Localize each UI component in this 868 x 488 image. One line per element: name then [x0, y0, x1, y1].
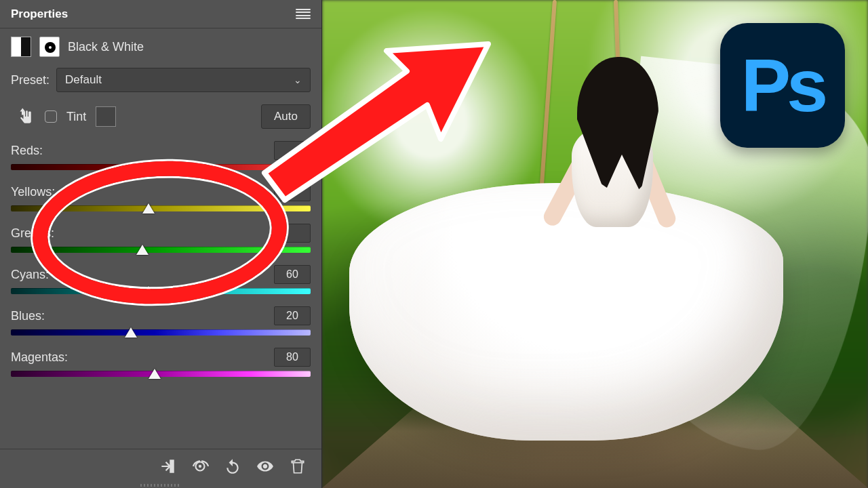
- layer-mask-icon[interactable]: [39, 37, 60, 57]
- slider-track-yellows[interactable]: [11, 205, 311, 211]
- photoshop-logo-text: Ps: [741, 48, 825, 123]
- auto-button[interactable]: Auto: [261, 104, 311, 129]
- slider-track-cyans[interactable]: [11, 288, 311, 294]
- slider-value-reds[interactable]: [274, 141, 311, 160]
- panel-title: Properties: [11, 7, 68, 21]
- slider-label-magentas: Magentas:: [11, 350, 68, 365]
- panel-resize-grip[interactable]: [0, 483, 321, 488]
- slider-track-magentas[interactable]: [11, 371, 311, 377]
- slider-thumb-yellows[interactable]: [142, 203, 155, 214]
- svg-point-2: [199, 464, 201, 467]
- slider-thumb-magentas[interactable]: [149, 369, 161, 379]
- view-previous-state-icon[interactable]: [191, 458, 209, 475]
- panel-header: Properties: [0, 0, 321, 28]
- adjustment-row: Black & White: [0, 28, 321, 62]
- adjustment-name: Black & White: [68, 40, 144, 54]
- slider-track-reds[interactable]: [11, 164, 311, 170]
- slider-value-magentas[interactable]: 80: [274, 348, 311, 367]
- slider-value-cyans[interactable]: 60: [274, 265, 311, 284]
- tint-label: Tint: [66, 110, 86, 124]
- tint-checkbox[interactable]: [45, 110, 57, 123]
- photoshop-logo: Ps: [720, 23, 845, 148]
- slider-label-greens: Greens:: [11, 226, 54, 241]
- slider-thumb-cyans[interactable]: [142, 286, 155, 296]
- slider-value-blues[interactable]: 20: [274, 306, 311, 325]
- svg-rect-0: [170, 460, 174, 473]
- panel-footer: [0, 449, 321, 483]
- slider-track-greens[interactable]: [11, 247, 311, 253]
- wedding-dress: [349, 183, 783, 441]
- slider-label-reds: Reds:: [11, 144, 43, 158]
- chevron-down-icon: ⌄: [294, 75, 302, 85]
- trash-icon[interactable]: [289, 458, 307, 475]
- slider-cyans: Cyans:60: [11, 265, 311, 294]
- preset-select[interactable]: Default ⌄: [56, 68, 311, 92]
- slider-value-greens[interactable]: [274, 224, 311, 243]
- slider-reds: Reds:: [11, 141, 311, 170]
- preset-row: Preset: Default ⌄: [0, 62, 321, 98]
- tint-color-swatch[interactable]: [96, 106, 116, 127]
- slider-yellows: Yellows:60: [11, 182, 311, 211]
- bw-adjustment-icon[interactable]: [11, 37, 31, 57]
- properties-panel: Properties Black & White Preset: Default…: [0, 0, 322, 488]
- reset-icon[interactable]: [224, 458, 241, 475]
- slider-track-blues[interactable]: [11, 329, 311, 336]
- slider-magentas: Magentas:80: [11, 348, 311, 377]
- panel-menu-icon[interactable]: [296, 9, 311, 20]
- slider-label-blues: Blues:: [11, 309, 45, 323]
- slider-value-yellows[interactable]: 60: [274, 182, 311, 201]
- slider-thumb-greens[interactable]: [136, 245, 149, 255]
- visibility-icon[interactable]: [256, 458, 274, 475]
- slider-greens: Greens:: [11, 224, 311, 253]
- targeted-adjustment-icon[interactable]: [15, 106, 35, 127]
- slider-thumb-blues[interactable]: [125, 327, 137, 338]
- slider-label-cyans: Cyans:: [11, 268, 49, 282]
- slider-label-yellows: Yellows:: [11, 185, 55, 199]
- preset-value: Default: [65, 73, 102, 87]
- sliders-group: Reds:Yellows:60Greens:Cyans:60Blues:20Ma…: [0, 138, 321, 389]
- slider-blues: Blues:20: [11, 306, 311, 336]
- clip-to-layer-icon[interactable]: [159, 458, 176, 475]
- preset-label: Preset:: [11, 73, 50, 87]
- slider-thumb-reds[interactable]: [125, 162, 137, 172]
- tint-row: Tint Auto: [0, 98, 321, 138]
